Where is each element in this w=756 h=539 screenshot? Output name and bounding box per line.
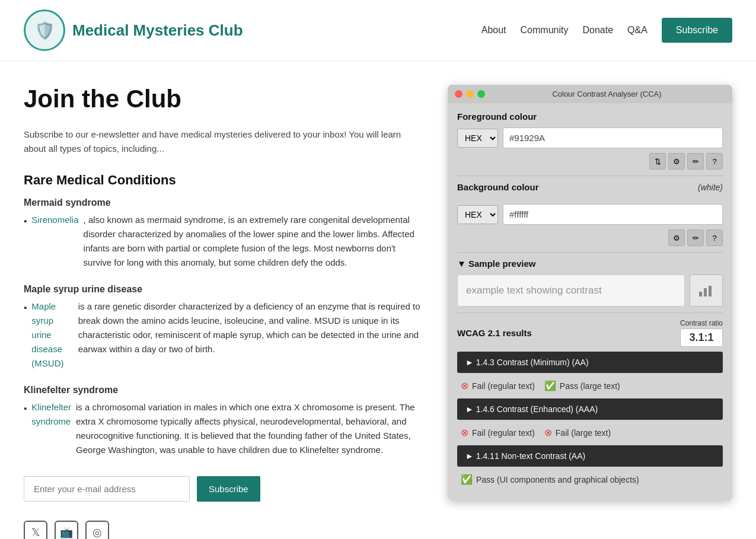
- wcag-1411-pass-text: Pass (UI components and graphical object…: [476, 475, 639, 484]
- link-msud[interactable]: Maple syrup urine disease (MSUD): [31, 299, 73, 371]
- pass-icon: ✅: [544, 380, 556, 391]
- contrast-ratio-label: Contrast ratio: [680, 319, 723, 327]
- logo-area: 🛡️ Medical Mysteries Club: [24, 9, 243, 51]
- fg-adjust-button[interactable]: ⚙: [668, 153, 685, 170]
- wcag-1411-label: ► 1.4.11 Non-text Contrast (AA): [465, 451, 585, 461]
- main-content: Join the Club Subscribe to our e-newslet…: [0, 61, 756, 539]
- bg-color-input[interactable]: [503, 204, 723, 225]
- condition-klinefelter: Klinefelter syndrome Klinefelter syndrom…: [24, 385, 424, 457]
- contrast-ratio-value: 3.1:1: [680, 328, 723, 347]
- condition-title-maple: Maple syrup urine disease: [24, 284, 424, 295]
- section-title: Rare Medical Conditions: [24, 173, 424, 188]
- divider-2: [457, 252, 723, 253]
- svg-rect-1: [704, 288, 707, 296]
- fg-color-row: HEX RGB HSL: [457, 127, 723, 148]
- divider-3: [457, 312, 723, 313]
- main-nav: About Community Donate Q&A Subscribe: [481, 18, 732, 43]
- wcag-item-143[interactable]: ► 1.4.3 Contrast (Minimum) (AA): [457, 352, 723, 373]
- instagram-icon[interactable]: ◎: [85, 521, 109, 539]
- pass-icon-2: ✅: [461, 474, 473, 485]
- nav-link-qa[interactable]: Q&A: [627, 25, 647, 36]
- condition-mermaid: Mermaid syndrome Sirenomelia, also known…: [24, 197, 424, 270]
- bg-color-row: HEX RGB HSL: [457, 204, 723, 225]
- list-item: Sirenomelia, also known as mermaid syndr…: [24, 213, 424, 270]
- nav-link-community[interactable]: Community: [521, 25, 569, 36]
- bg-eyedropper-button[interactable]: ✏: [687, 229, 704, 246]
- fg-swap-button[interactable]: ⇅: [649, 153, 666, 170]
- svg-rect-0: [699, 292, 702, 296]
- sample-text: example text showing contrast: [457, 275, 685, 307]
- bg-adjust-button[interactable]: ⚙: [668, 229, 685, 246]
- twitter-icon[interactable]: 𝕏: [24, 521, 47, 539]
- wcag-item-146[interactable]: ► 1.4.6 Contrast (Enhanced) (AAA): [457, 398, 723, 420]
- fail-icon: ⊗: [461, 380, 468, 391]
- wcag-143-pass-large: ✅ Pass (large text): [544, 380, 620, 391]
- header: 🛡️ Medical Mysteries Club About Communit…: [0, 0, 756, 61]
- condition-body-klinefelter: is a chromosomal variation in males in w…: [76, 400, 424, 457]
- wcag-146-results: ⊗ Fail (regular text) ⊗ Fail (large text…: [457, 422, 723, 443]
- list-item: Maple syrup urine disease (MSUD) is a ra…: [24, 299, 424, 371]
- titlebar-dot-red[interactable]: [455, 90, 462, 98]
- sample-preview-row: example text showing contrast: [457, 275, 723, 307]
- wcag-1411-results: ✅ Pass (UI components and graphical obje…: [457, 469, 723, 490]
- bg-tools: ⚙ ✏ ?: [457, 229, 723, 246]
- bg-help-button[interactable]: ?: [706, 229, 723, 246]
- cca-body: Foreground colour HEX RGB HSL ⇅ ⚙ ✏ ?: [448, 103, 732, 500]
- fail-icon-3: ⊗: [544, 427, 552, 438]
- wcag-143-fail-regular-text: Fail (regular text): [472, 381, 535, 391]
- sample-chart-button[interactable]: [690, 275, 723, 307]
- subscribe-form-button[interactable]: Subscribe: [197, 476, 260, 502]
- fg-format-select[interactable]: HEX RGB HSL: [457, 129, 498, 148]
- list-item: Klinefelter syndrome is a chromosomal va…: [24, 400, 424, 457]
- cca-panel: Colour Contrast Analyser (CCA) Foregroun…: [448, 85, 732, 500]
- cca-panel-wrapper: Colour Contrast Analyser (CCA) Foregroun…: [448, 85, 732, 539]
- link-klinefelter[interactable]: Klinefelter syndrome: [31, 400, 71, 429]
- wcag-1411-pass: ✅ Pass (UI components and graphical obje…: [461, 474, 639, 485]
- wcag-title: WCAG 2.1 results: [457, 328, 532, 338]
- page-title: Join the Club: [24, 85, 424, 113]
- svg-rect-2: [709, 286, 712, 296]
- wcag-row: WCAG 2.1 results Contrast ratio 3.1:1: [457, 319, 723, 347]
- titlebar-dot-yellow[interactable]: [466, 90, 474, 98]
- sample-preview-label: ▼ Sample preview: [457, 259, 723, 269]
- contrast-ratio-box: Contrast ratio 3.1:1: [680, 319, 723, 347]
- condition-maple: Maple syrup urine disease Maple syrup ur…: [24, 284, 424, 371]
- condition-body-mermaid: , also known as mermaid syndrome, is an …: [84, 213, 424, 270]
- nav-link-donate[interactable]: Donate: [582, 25, 613, 36]
- fg-help-button[interactable]: ?: [706, 153, 723, 170]
- wcag-143-fail-regular: ⊗ Fail (regular text): [461, 380, 535, 391]
- titlebar-dot-green[interactable]: [477, 90, 485, 98]
- wcag-146-fail-large-text: Fail (large text): [556, 428, 611, 438]
- divider-1: [457, 176, 723, 176]
- link-sirenomelia[interactable]: Sirenomelia: [31, 213, 78, 227]
- fg-eyedropper-button[interactable]: ✏: [687, 153, 704, 170]
- logo-icon: 🛡️: [34, 21, 55, 40]
- condition-title-mermaid: Mermaid syndrome: [24, 197, 424, 208]
- fail-icon-2: ⊗: [461, 427, 468, 438]
- wcag-146-fail-regular: ⊗ Fail (regular text): [461, 427, 535, 438]
- header-subscribe-button[interactable]: Subscribe: [662, 18, 732, 43]
- bg-format-select[interactable]: HEX RGB HSL: [457, 205, 498, 224]
- social-icons: 𝕏 📺 ◎: [24, 521, 424, 539]
- foreground-label: Foreground colour: [457, 111, 723, 122]
- background-label: Background colour: [457, 182, 539, 192]
- nav-link-about[interactable]: About: [481, 25, 506, 36]
- site-logo: 🛡️: [24, 9, 65, 51]
- cca-titlebar-title: Colour Contrast Analyser (CCA): [489, 90, 725, 98]
- fg-tools: ⇅ ⚙ ✏ ?: [457, 153, 723, 170]
- wcag-item-14-11[interactable]: ► 1.4.11 Non-text Contrast (AA): [457, 445, 723, 467]
- wcag-143-label: ► 1.4.3 Contrast (Minimum) (AA): [465, 358, 589, 367]
- wcag-146-fail-regular-text: Fail (regular text): [472, 428, 535, 438]
- wcag-143-results: ⊗ Fail (regular text) ✅ Pass (large text…: [457, 375, 723, 396]
- bg-label-row: Background colour (white): [457, 182, 723, 198]
- wcag-146-fail-large: ⊗ Fail (large text): [544, 427, 611, 438]
- email-input[interactable]: [24, 476, 190, 502]
- fg-color-input[interactable]: [503, 127, 723, 148]
- twitch-icon[interactable]: 📺: [55, 521, 78, 539]
- intro-text: Subscribe to our e-newsletter and have m…: [24, 127, 424, 156]
- wcag-146-label: ► 1.4.6 Contrast (Enhanced) (AAA): [465, 404, 598, 414]
- bg-white-label: (white): [698, 183, 723, 192]
- wcag-143-pass-large-text: Pass (large text): [560, 381, 620, 391]
- subscribe-form: Subscribe: [24, 476, 424, 502]
- condition-body-maple: is a rare genetic disorder characterized…: [78, 299, 424, 356]
